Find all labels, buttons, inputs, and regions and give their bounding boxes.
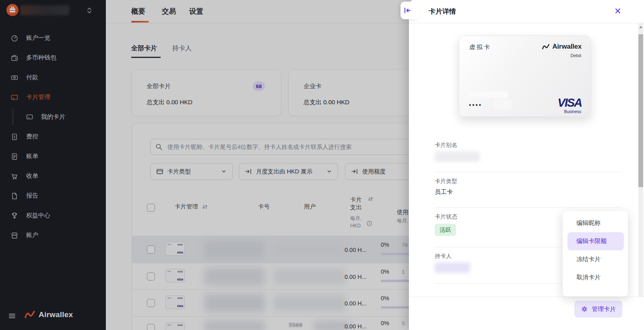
visa-logo: VISA (557, 97, 582, 108)
field-divider (435, 207, 622, 208)
menu-item-edit-limit[interactable]: 编辑卡限额 (568, 232, 624, 250)
field-label-holder: 持卡人 (435, 253, 452, 260)
manage-card-button[interactable]: 管理卡片 (574, 301, 622, 318)
scrollbar-up-arrow[interactable] (639, 26, 642, 28)
redacted-alias-value (435, 151, 480, 162)
close-drawer-button[interactable] (611, 4, 624, 17)
card-product-label: Debit (570, 53, 581, 58)
field-value-type: 员工卡 (435, 188, 453, 196)
drawer-scrollbar-thumb[interactable] (638, 34, 643, 187)
manage-card-label: 管理卡片 (592, 305, 616, 313)
drawer-footer: 管理卡片 (409, 297, 644, 330)
card-brand-text: Airwallex (552, 43, 582, 51)
virtual-card-preview: 虚拟卡 Airwallex Debit •••• VISA Business (459, 35, 591, 117)
collapse-left-icon (403, 6, 412, 15)
menu-item-freeze-card[interactable]: 冻结卡片 (568, 250, 624, 268)
close-icon (614, 7, 621, 14)
gear-icon (581, 305, 588, 313)
field-label-status: 卡片状态 (435, 213, 457, 221)
field-label-alias: 卡片别名 (435, 142, 457, 149)
card-type-label: 虚拟卡 (469, 43, 491, 51)
expand-drawer-button[interactable] (400, 2, 419, 19)
menu-item-edit-nickname[interactable]: 编辑昵称 (568, 214, 624, 232)
field-label-type: 卡片类型 (435, 178, 457, 185)
redacted-holder-value (435, 262, 470, 273)
drawer-title: 卡片详情 (429, 7, 456, 16)
field-divider (435, 172, 622, 172)
redacted-card-digits (494, 99, 512, 109)
card-brand: Airwallex (541, 43, 582, 51)
masked-digits: •••• (469, 101, 482, 108)
airwallex-logomark-icon (541, 43, 550, 50)
app-window: 账户一览 多币种钱包 付款 卡片管理 (0, 0, 644, 330)
card-actions-menu: 编辑昵称 编辑卡限额 冻结卡片 取消卡片 (563, 211, 628, 297)
visa-business-label: Business (564, 109, 581, 114)
redacted-cardholder-name (469, 91, 508, 98)
status-badge: 活跃 (435, 224, 456, 236)
menu-item-cancel-card[interactable]: 取消卡片 (568, 268, 624, 287)
